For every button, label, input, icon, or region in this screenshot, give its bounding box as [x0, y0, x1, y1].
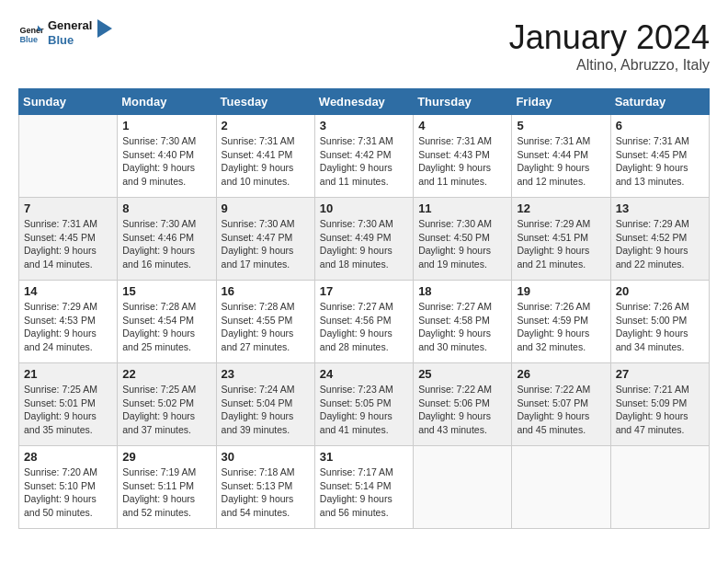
- calendar-cell: 9 Sunrise: 7:30 AM Sunset: 4:47 PM Dayli…: [216, 198, 314, 281]
- day-number: 13: [616, 201, 704, 215]
- calendar-cell: 25 Sunrise: 7:22 AM Sunset: 5:06 PM Dayl…: [414, 363, 512, 446]
- location: Altino, Abruzzo, Italy: [509, 57, 710, 74]
- day-number: 20: [616, 284, 704, 298]
- header-tuesday: Tuesday: [216, 89, 314, 115]
- svg-marker-3: [97, 19, 112, 38]
- calendar-cell: 20 Sunrise: 7:26 AM Sunset: 5:00 PM Dayl…: [610, 281, 709, 363]
- day-info: Sunrise: 7:22 AM Sunset: 5:06 PM Dayligh…: [418, 383, 506, 437]
- day-number: 25: [418, 367, 506, 381]
- day-number: 14: [24, 284, 112, 298]
- calendar-cell: 26 Sunrise: 7:22 AM Sunset: 5:07 PM Dayl…: [512, 363, 610, 446]
- header-thursday: Thursday: [414, 89, 512, 115]
- day-info: Sunrise: 7:21 AM Sunset: 5:09 PM Dayligh…: [616, 383, 704, 437]
- page-header: General Blue General Blue January 2024 A…: [18, 18, 710, 74]
- day-info: Sunrise: 7:26 AM Sunset: 5:00 PM Dayligh…: [616, 300, 704, 354]
- day-number: 6: [616, 119, 704, 132]
- day-info: Sunrise: 7:29 AM Sunset: 4:53 PM Dayligh…: [24, 300, 112, 354]
- logo: General Blue General Blue: [18, 18, 114, 47]
- day-info: Sunrise: 7:27 AM Sunset: 4:58 PM Dayligh…: [418, 300, 506, 354]
- day-number: 5: [517, 119, 605, 132]
- day-info: Sunrise: 7:29 AM Sunset: 4:52 PM Dayligh…: [616, 217, 704, 271]
- calendar-cell: 27 Sunrise: 7:21 AM Sunset: 5:09 PM Dayl…: [610, 363, 709, 446]
- logo-blue: Blue: [48, 33, 92, 48]
- calendar-cell: 5 Sunrise: 7:31 AM Sunset: 4:44 PM Dayli…: [512, 115, 610, 198]
- day-info: Sunrise: 7:29 AM Sunset: 4:51 PM Dayligh…: [517, 217, 605, 271]
- calendar-cell: 24 Sunrise: 7:23 AM Sunset: 5:05 PM Dayl…: [314, 363, 413, 446]
- day-info: Sunrise: 7:31 AM Sunset: 4:44 PM Dayligh…: [517, 134, 605, 189]
- day-info: Sunrise: 7:30 AM Sunset: 4:40 PM Dayligh…: [122, 134, 210, 189]
- calendar-cell: 23 Sunrise: 7:24 AM Sunset: 5:04 PM Dayl…: [216, 363, 314, 446]
- calendar-body: 1 Sunrise: 7:30 AM Sunset: 4:40 PM Dayli…: [19, 115, 710, 529]
- day-number: 3: [320, 119, 408, 132]
- day-info: Sunrise: 7:30 AM Sunset: 4:46 PM Dayligh…: [122, 217, 210, 271]
- calendar-cell: 12 Sunrise: 7:29 AM Sunset: 4:51 PM Dayl…: [512, 198, 610, 281]
- header-sunday: Sunday: [19, 89, 118, 115]
- day-number: 1: [122, 119, 210, 132]
- day-number: 19: [517, 284, 605, 298]
- day-number: 12: [517, 201, 605, 215]
- day-info: Sunrise: 7:22 AM Sunset: 5:07 PM Dayligh…: [517, 383, 605, 437]
- calendar-cell: 10 Sunrise: 7:30 AM Sunset: 4:49 PM Dayl…: [314, 198, 413, 281]
- calendar-cell: 19 Sunrise: 7:26 AM Sunset: 4:59 PM Dayl…: [512, 281, 610, 363]
- day-number: 31: [320, 450, 408, 464]
- calendar-cell: 29 Sunrise: 7:19 AM Sunset: 5:11 PM Dayl…: [118, 446, 216, 529]
- day-info: Sunrise: 7:26 AM Sunset: 4:59 PM Dayligh…: [517, 300, 605, 354]
- day-number: 11: [418, 201, 506, 215]
- calendar-cell: 31 Sunrise: 7:17 AM Sunset: 5:14 PM Dayl…: [314, 446, 413, 529]
- day-info: Sunrise: 7:17 AM Sunset: 5:14 PM Dayligh…: [320, 465, 408, 520]
- calendar-cell: 17 Sunrise: 7:27 AM Sunset: 4:56 PM Dayl…: [314, 281, 413, 363]
- day-info: Sunrise: 7:31 AM Sunset: 4:42 PM Dayligh…: [320, 134, 408, 189]
- month-title: January 2024: [509, 18, 710, 57]
- header-monday: Monday: [118, 89, 216, 115]
- calendar-week-3: 21 Sunrise: 7:25 AM Sunset: 5:01 PM Dayl…: [19, 363, 710, 446]
- calendar-table: SundayMondayTuesdayWednesdayThursdayFrid…: [18, 88, 710, 529]
- day-number: 4: [418, 119, 506, 132]
- calendar-week-4: 28 Sunrise: 7:20 AM Sunset: 5:10 PM Dayl…: [19, 446, 710, 529]
- header-saturday: Saturday: [610, 89, 709, 115]
- day-info: Sunrise: 7:28 AM Sunset: 4:54 PM Dayligh…: [122, 300, 210, 354]
- calendar-cell: 21 Sunrise: 7:25 AM Sunset: 5:01 PM Dayl…: [19, 363, 118, 446]
- header-wednesday: Wednesday: [314, 89, 413, 115]
- day-number: 18: [418, 284, 506, 298]
- calendar-cell: 28 Sunrise: 7:20 AM Sunset: 5:10 PM Dayl…: [19, 446, 118, 529]
- day-number: 30: [222, 450, 310, 464]
- day-info: Sunrise: 7:30 AM Sunset: 4:50 PM Dayligh…: [418, 217, 506, 271]
- day-info: Sunrise: 7:20 AM Sunset: 5:10 PM Dayligh…: [24, 465, 112, 520]
- calendar-cell: 8 Sunrise: 7:30 AM Sunset: 4:46 PM Dayli…: [118, 198, 216, 281]
- day-info: Sunrise: 7:24 AM Sunset: 5:04 PM Dayligh…: [222, 383, 310, 437]
- calendar-cell: 22 Sunrise: 7:25 AM Sunset: 5:02 PM Dayl…: [118, 363, 216, 446]
- svg-text:Blue: Blue: [19, 34, 38, 43]
- day-info: Sunrise: 7:25 AM Sunset: 5:01 PM Dayligh…: [24, 383, 112, 437]
- day-info: Sunrise: 7:25 AM Sunset: 5:02 PM Dayligh…: [122, 383, 210, 437]
- day-number: 24: [320, 367, 408, 381]
- calendar-cell: 15 Sunrise: 7:28 AM Sunset: 4:54 PM Dayl…: [118, 281, 216, 363]
- calendar-cell: 11 Sunrise: 7:30 AM Sunset: 4:50 PM Dayl…: [414, 198, 512, 281]
- calendar-cell: 1 Sunrise: 7:30 AM Sunset: 4:40 PM Dayli…: [118, 115, 216, 198]
- day-number: 21: [24, 367, 112, 381]
- day-number: 16: [222, 284, 310, 298]
- day-number: 28: [24, 450, 112, 464]
- calendar-week-0: 1 Sunrise: 7:30 AM Sunset: 4:40 PM Dayli…: [19, 115, 710, 198]
- day-info: Sunrise: 7:30 AM Sunset: 4:47 PM Dayligh…: [222, 217, 310, 271]
- day-number: 17: [320, 284, 408, 298]
- day-number: 10: [320, 201, 408, 215]
- day-info: Sunrise: 7:31 AM Sunset: 4:41 PM Dayligh…: [222, 134, 310, 189]
- day-info: Sunrise: 7:27 AM Sunset: 4:56 PM Dayligh…: [320, 300, 408, 354]
- day-number: 8: [122, 201, 210, 215]
- calendar-cell: 14 Sunrise: 7:29 AM Sunset: 4:53 PM Dayl…: [19, 281, 118, 363]
- logo-flag-icon: [96, 19, 114, 47]
- day-info: Sunrise: 7:19 AM Sunset: 5:11 PM Dayligh…: [122, 465, 210, 520]
- logo-general: General: [48, 18, 92, 33]
- calendar-cell: 6 Sunrise: 7:31 AM Sunset: 4:45 PM Dayli…: [610, 115, 709, 198]
- calendar-week-2: 14 Sunrise: 7:29 AM Sunset: 4:53 PM Dayl…: [19, 281, 710, 363]
- calendar-header-row: SundayMondayTuesdayWednesdayThursdayFrid…: [19, 89, 710, 115]
- calendar-cell: [512, 446, 610, 529]
- calendar-cell: 13 Sunrise: 7:29 AM Sunset: 4:52 PM Dayl…: [610, 198, 709, 281]
- day-info: Sunrise: 7:23 AM Sunset: 5:05 PM Dayligh…: [320, 383, 408, 437]
- calendar-cell: 16 Sunrise: 7:28 AM Sunset: 4:55 PM Dayl…: [216, 281, 314, 363]
- calendar-week-1: 7 Sunrise: 7:31 AM Sunset: 4:45 PM Dayli…: [19, 198, 710, 281]
- day-number: 23: [222, 367, 310, 381]
- day-number: 29: [122, 450, 210, 464]
- day-number: 15: [122, 284, 210, 298]
- day-number: 7: [24, 201, 112, 215]
